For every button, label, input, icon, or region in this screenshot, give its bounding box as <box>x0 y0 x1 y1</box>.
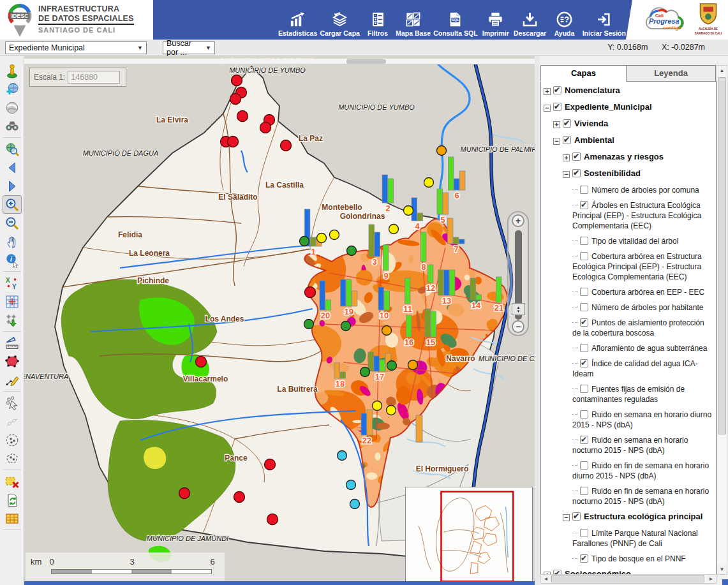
select-by-polygon-tool[interactable] <box>3 449 22 468</box>
scroll-right-arrow[interactable]: ► <box>706 575 716 583</box>
street-view-tool[interactable] <box>3 61 22 80</box>
scrollbar-thumb[interactable] <box>718 77 726 434</box>
module-select[interactable]: Expediente Municipal ▼ <box>5 41 147 54</box>
layer-item-tipo-de-vitalidad-del-rbol[interactable]: Tipo de vitalidad del árbol <box>542 236 715 246</box>
tab-leyenda[interactable]: Leyenda <box>627 65 716 82</box>
layer-checkbox[interactable] <box>580 385 588 393</box>
add-globe-tool[interactable] <box>3 80 22 98</box>
layer-item-afloramiento-de-agua-subterr-nea[interactable]: Afloramiento de agua subterránea <box>542 343 715 353</box>
layer-checkbox[interactable] <box>580 252 588 260</box>
collapse-icon[interactable]: − <box>563 171 570 178</box>
collapse-icon[interactable]: − <box>553 138 560 145</box>
iniciar-sesion-button[interactable]: Iniciar Sesión <box>583 4 626 37</box>
next-extent-tool[interactable] <box>3 177 22 195</box>
layer-item-fuentes-fijas-de-emisi-n-de-contaminante[interactable]: Fuentes fijas de emisión de contaminante… <box>542 384 715 404</box>
layer-checkbox[interactable] <box>572 512 581 521</box>
add-features-tool[interactable] <box>3 311 22 329</box>
zoom-full-extent-tool[interactable] <box>3 140 22 158</box>
select-by-point-tool[interactable] <box>3 394 22 412</box>
layer-checkbox[interactable] <box>580 554 588 563</box>
previous-extent-tool[interactable] <box>3 158 22 177</box>
layer-group-expediente-municipal[interactable]: −Expediente_Municipal <box>542 102 715 112</box>
ayuda-button[interactable]: ?Ayuda <box>549 4 580 37</box>
zoom-slider-handle[interactable]: ▲▼ <box>512 303 525 315</box>
layer-item-ndice-de-calidad-del-agua-ica-ideam[interactable]: Índice de calidad del agua ICA-Ideam <box>542 359 715 379</box>
scrollbar-thumb[interactable] <box>346 59 386 64</box>
imprimir-button[interactable]: Imprimir <box>480 4 511 37</box>
draw-polygon-tool[interactable] <box>3 352 22 371</box>
layer-checkbox[interactable] <box>572 169 581 177</box>
layer-group-sostenibilidad[interactable]: −Sostenibilidad <box>542 168 715 179</box>
layer-checkbox[interactable] <box>580 344 588 352</box>
descargar-button[interactable]: Descargar <box>514 4 546 37</box>
consulta-sql-button[interactable]: SQLConsulta SQL <box>433 4 477 37</box>
layer-group-ambiental[interactable]: −Ambiental <box>542 135 715 145</box>
layer-item-cobertura-arb-rea-en-estructura-ecol-gic[interactable]: Cobertura arbórea en Estructura Ecológic… <box>542 251 715 282</box>
map-canvas[interactable]: MUNICIPIO DE LA CUMBREMUNICIPIO DE YUMBO… <box>24 56 535 585</box>
edit-vertices-tool[interactable] <box>3 371 22 389</box>
layer-item-ruido-en-fin-de-semana-en-horario-noctur[interactable]: Ruido en fin de semana en horario noctur… <box>542 486 715 507</box>
layer-item-l-mite-parque-natural-nacional-farallone[interactable]: Límite Parque Natural Nacional Farallone… <box>542 528 715 549</box>
layer-item-cobertura-arb-rea-en-eep-eec[interactable]: Cobertura arbórea en EEP - EEC <box>542 287 715 297</box>
layer-checkbox[interactable] <box>580 461 588 470</box>
layer-group-estructura-ecol-gica-principal[interactable]: −Estructura ecológica principal <box>542 512 715 522</box>
zoom-out-button[interactable]: − <box>512 320 524 333</box>
layer-checkbox[interactable] <box>553 86 561 94</box>
xy-coordinates-tool[interactable]: XY <box>3 274 22 292</box>
layer-item-tipo-de-bosque-en-el-pnnf[interactable]: Tipo de bosque en el PNNF <box>542 554 715 564</box>
map-horizontal-scrollbar[interactable] <box>24 59 535 64</box>
go-to-coordinates-tool[interactable] <box>3 292 22 311</box>
layer-checkbox[interactable] <box>580 359 588 367</box>
overview-extent-rectangle[interactable] <box>441 492 513 582</box>
estadisticas-button[interactable]: Estadisticas <box>278 4 317 37</box>
identify-tool[interactable]: i <box>3 251 22 269</box>
layer-checkbox[interactable] <box>580 529 588 537</box>
layer-checkbox[interactable] <box>580 237 588 245</box>
layer-checkbox[interactable] <box>563 136 571 144</box>
reload-layers-tool[interactable] <box>3 491 22 509</box>
measure-tool[interactable] <box>3 334 22 352</box>
collapse-icon[interactable]: − <box>563 514 570 521</box>
layer-checkbox[interactable] <box>580 410 588 418</box>
collapse-icon[interactable]: − <box>544 105 551 112</box>
expand-icon[interactable]: + <box>563 154 570 161</box>
panel-vertical-scrollbar[interactable]: ▲ ▼ <box>717 65 727 575</box>
layer-checkbox[interactable] <box>580 201 588 209</box>
layer-checkbox[interactable] <box>580 288 588 296</box>
layer-checkbox[interactable] <box>580 487 588 495</box>
scale-input[interactable] <box>68 71 120 84</box>
layer-checkbox[interactable] <box>553 103 561 111</box>
layer-checkbox[interactable] <box>580 186 588 194</box>
select-by-circle-tool[interactable] <box>3 431 22 449</box>
layer-item-rboles-en-estructura-ecol-gica-principal[interactable]: Árboles en Estructura Ecológica Principa… <box>542 200 715 231</box>
panel-horizontal-scrollbar[interactable]: ◄ ► <box>540 574 717 584</box>
zoom-in-button[interactable]: + <box>512 214 524 227</box>
layer-checkbox[interactable] <box>572 152 581 161</box>
select-by-line-tool[interactable] <box>3 412 22 431</box>
clear-selection-tool[interactable] <box>3 472 22 491</box>
expand-icon[interactable]: + <box>544 88 551 95</box>
overview-map[interactable] <box>405 487 533 585</box>
expand-icon[interactable]: + <box>553 121 560 128</box>
scroll-up-arrow[interactable]: ▲ <box>717 66 727 75</box>
layer-item-puntos-de-aislamiento-protecci-n-de-la-c[interactable]: Puntos de aislamiento protección de la c… <box>542 318 715 338</box>
layer-item-ruido-en-semana-en-horario-nocturno-2015[interactable]: Ruido en semana en horario nocturno 2015… <box>542 435 715 455</box>
pan-tool[interactable] <box>3 232 22 251</box>
filtros-button[interactable]: Filtros <box>362 4 393 37</box>
layer-item-n-mero-de-rboles-por-comuna[interactable]: Número de árboles por comuna <box>542 185 715 195</box>
scrollbar-thumb[interactable] <box>551 575 704 582</box>
layer-group-amenazas-y-riesgos[interactable]: +Amenazas y riesgos <box>542 152 715 162</box>
layer-checkbox[interactable] <box>563 119 571 128</box>
layer-group-nomenclatura[interactable]: +Nomenclatura <box>542 85 715 96</box>
cargar-capa-button[interactable]: Cargar Capa <box>320 4 359 37</box>
search-by-select[interactable]: Buscar por ... ▼ <box>163 41 215 54</box>
earth-view-tool[interactable] <box>3 98 22 117</box>
layer-item-n-mero-de-rboles-por-habitante[interactable]: Número de árboles por habitante <box>542 302 715 313</box>
layer-item-ruido-en-semana-en-horario-diurno-2015-n[interactable]: Ruido en semana en horario diurno 2015 -… <box>542 410 715 430</box>
layer-checkbox[interactable] <box>580 436 588 444</box>
scroll-down-arrow[interactable]: ▼ <box>717 565 727 574</box>
mapa-base-button[interactable]: Mapa Base <box>396 4 431 37</box>
zoom-out-tool[interactable] <box>3 214 22 232</box>
layer-item-ruido-en-fin-de-semana-en-horario-diurno[interactable]: Ruido en fin de semana en horario diurno… <box>542 461 715 481</box>
layer-checkbox[interactable] <box>580 303 588 311</box>
